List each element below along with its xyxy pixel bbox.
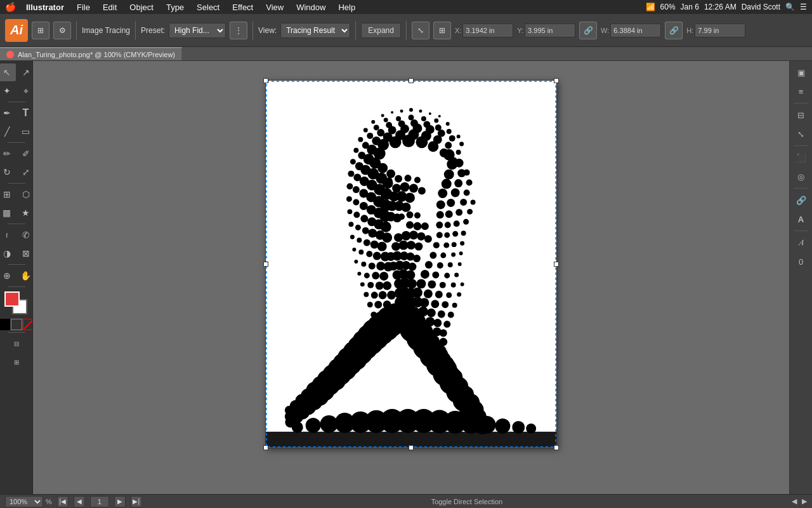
file-menu[interactable]: File [72, 1, 95, 13]
graph-tool[interactable]: ℓ [0, 226, 16, 244]
link-dimensions-icon[interactable]: 🔗 [579, 22, 597, 39]
symbol-tool[interactable]: ★ [17, 204, 34, 222]
none-mode-btn[interactable] [23, 319, 34, 330]
svg-point-194 [367, 302, 373, 307]
svg-point-12 [421, 116, 426, 121]
nav-first-btn[interactable]: |◀ [57, 496, 69, 507]
paintbrush-tool[interactable]: ✏ [0, 145, 16, 163]
svg-point-2 [400, 110, 403, 113]
status-arrow-left[interactable]: ◀ [792, 497, 797, 505]
y-input[interactable] [525, 23, 575, 37]
svg-point-206 [446, 292, 452, 298]
pen-tool[interactable]: ✒ [0, 104, 16, 122]
links-panel-btn[interactable]: 🔗 [792, 191, 810, 209]
doc-setup-icon[interactable]: ⚙ [53, 22, 71, 39]
handle-bottom-mid[interactable] [409, 445, 414, 450]
handle-right-mid[interactable] [554, 262, 559, 267]
search-icon[interactable]: 🔍 [785, 3, 795, 11]
screen-mode-btn[interactable]: ⊞ [8, 353, 25, 371]
foreground-color-box[interactable] [4, 291, 20, 307]
zoom-select[interactable]: 100% [5, 496, 43, 507]
window-menu[interactable]: Window [291, 1, 331, 13]
svg-point-168 [377, 242, 387, 251]
select-menu[interactable]: Select [192, 1, 225, 13]
handle-bottom-right[interactable] [554, 445, 559, 450]
eyedropper-tool[interactable]: ✆ [17, 226, 34, 244]
handle-top-right[interactable] [554, 78, 559, 83]
handle-top-left[interactable] [263, 78, 268, 83]
line-tool[interactable]: ╱ [0, 123, 16, 140]
pathfinder-panel-btn[interactable]: ⬛ [792, 149, 810, 166]
text-style-panel-btn[interactable]: A [792, 210, 810, 228]
view-select[interactable]: Tracing Result [280, 23, 350, 38]
stroke-mode-btn[interactable] [11, 319, 22, 330]
preset-select[interactable]: High Fid... [169, 23, 226, 38]
character-panel-btn[interactable]: 𝐴 [792, 234, 810, 251]
svg-point-231 [443, 321, 450, 328]
align-panel-btn[interactable]: ⊟ [792, 106, 810, 124]
lasso-tool[interactable]: ⌖ [17, 82, 34, 100]
nav-last-btn[interactable]: ▶| [131, 496, 142, 507]
svg-point-85 [405, 175, 412, 182]
drawing-mode-btn[interactable]: ⊟ [8, 335, 25, 352]
svg-point-196 [376, 281, 384, 290]
zoom-tool[interactable]: ⊕ [0, 267, 16, 284]
x-input[interactable] [462, 23, 513, 37]
svg-point-77 [347, 209, 352, 214]
page-input[interactable] [90, 496, 109, 507]
perspective-tool[interactable]: ▦ [0, 204, 16, 222]
scale-tool[interactable]: ⤢ [17, 163, 34, 181]
apple-menu[interactable]: 🍎 [5, 2, 16, 12]
app-name-menu[interactable]: Illustrator [21, 1, 69, 13]
object-menu[interactable]: Object [124, 1, 159, 13]
view-menu[interactable]: View [261, 1, 289, 13]
preset-options-icon[interactable]: ⋮ [230, 22, 247, 39]
handle-left-mid[interactable] [263, 262, 268, 267]
fill-mode-btn[interactable] [0, 319, 10, 330]
illustrator-logo: Ai [5, 19, 28, 42]
nav-prev-btn[interactable]: ◀ [74, 496, 85, 507]
pencil-tool[interactable]: ✐ [17, 145, 34, 163]
handle-bottom-left[interactable] [263, 445, 268, 450]
grid-icon[interactable]: ⊞ [433, 22, 451, 39]
nav-next-btn[interactable]: ▶ [114, 496, 126, 507]
h-input[interactable] [695, 23, 745, 37]
menu-toggle-icon[interactable]: ☰ [800, 3, 807, 11]
status-arrow-right[interactable]: ▶ [802, 497, 807, 505]
transform-panel-btn[interactable]: ⤡ [792, 125, 810, 143]
svg-point-1 [391, 111, 393, 114]
document-canvas[interactable] [265, 80, 557, 448]
artboard-tool[interactable]: ⊠ [17, 244, 34, 262]
shape-builder-tool[interactable]: ⊞ [0, 185, 16, 203]
hand-tool[interactable]: ✋ [17, 267, 34, 284]
document-tab[interactable]: Alan_Turing_photo.png* @ 100% (CMYK/Prev… [0, 47, 182, 60]
rotate-tool[interactable]: ↻ [0, 163, 16, 181]
rectangle-tool[interactable]: ▭ [17, 123, 34, 140]
effect-menu[interactable]: Effect [227, 1, 258, 13]
expand-button[interactable]: Expand [361, 23, 401, 38]
w-input[interactable] [610, 23, 661, 37]
direct-selection-tool[interactable]: ↗ [17, 64, 34, 81]
svg-point-6 [381, 114, 384, 117]
selection-tool[interactable]: ↖ [0, 64, 16, 81]
typography-panel-btn[interactable]: 0 [792, 253, 810, 271]
type-menu[interactable]: Type [161, 1, 189, 13]
workspace-icon[interactable]: ⊞ [32, 22, 49, 39]
appearance-panel-btn[interactable]: ◎ [792, 168, 810, 185]
constrain-icon[interactable]: 🔗 [665, 22, 683, 39]
help-menu[interactable]: Help [333, 1, 360, 13]
transform-icon[interactable]: ⤡ [412, 22, 429, 39]
user-name: David Scott [742, 3, 780, 11]
tab-bar: Alan_Turing_photo.png* @ 100% (CMYK/Prev… [0, 47, 812, 61]
live-paint-tool[interactable]: ⬡ [17, 185, 34, 203]
svg-point-148 [459, 251, 463, 255]
libraries-panel-btn[interactable]: ≡ [792, 83, 810, 100]
blend-tool[interactable]: ◑ [0, 244, 16, 262]
properties-panel-btn[interactable]: ▣ [792, 64, 810, 81]
edit-menu[interactable]: Edit [98, 1, 122, 13]
magic-wand-tool[interactable]: ✦ [0, 82, 16, 100]
handle-top-mid[interactable] [409, 78, 414, 83]
svg-point-169 [382, 232, 392, 243]
tab-close-button[interactable] [6, 51, 14, 58]
text-tool[interactable]: T [17, 104, 34, 122]
